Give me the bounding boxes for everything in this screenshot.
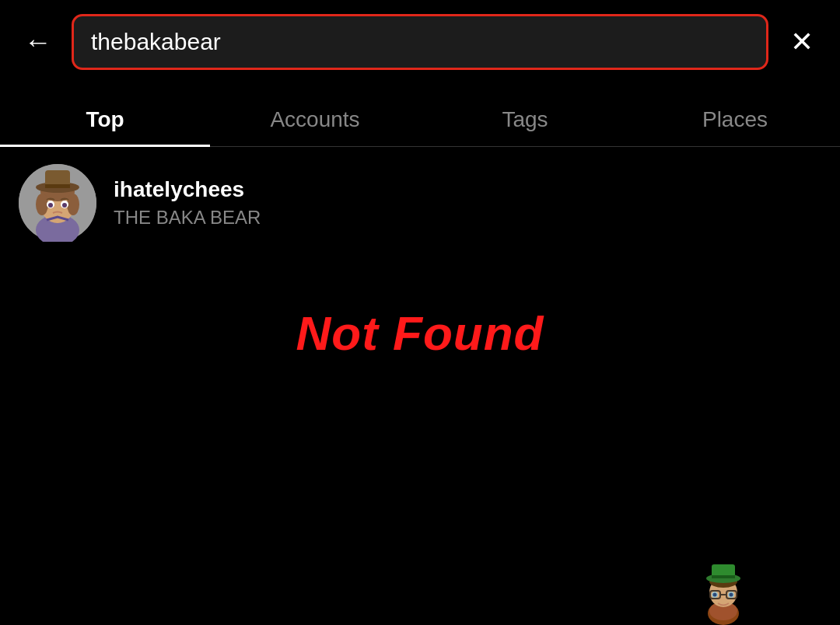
svg-point-13 — [62, 203, 67, 208]
username: ihatelychees — [114, 177, 261, 202]
back-button[interactable]: ← — [19, 28, 58, 56]
header: ← ✕ — [0, 0, 840, 84]
svg-point-27 — [713, 593, 717, 597]
tab-places[interactable]: Places — [630, 90, 840, 146]
svg-point-12 — [48, 203, 53, 208]
search-input[interactable] — [72, 14, 768, 70]
svg-point-5 — [36, 194, 48, 215]
svg-point-28 — [730, 593, 733, 597]
user-info: ihatelychees THE BAKA BEAR — [114, 177, 261, 229]
svg-rect-21 — [712, 575, 735, 578]
not-found-section: Not Found — [0, 306, 840, 361]
clear-button[interactable]: ✕ — [782, 26, 821, 58]
avatar — [19, 164, 96, 242]
tab-tags[interactable]: Tags — [420, 90, 630, 146]
display-name: THE BAKA BEAR — [114, 207, 261, 229]
result-item[interactable]: ihatelychees THE BAKA BEAR — [0, 147, 840, 259]
svg-point-6 — [67, 194, 79, 215]
bottom-character-decoration — [684, 547, 762, 625]
tabs: Top Accounts Tags Places — [0, 90, 840, 147]
search-box-wrapper — [72, 14, 768, 70]
svg-rect-9 — [45, 184, 70, 188]
tab-top[interactable]: Top — [0, 90, 210, 146]
tab-accounts[interactable]: Accounts — [210, 90, 420, 146]
not-found-label: Not Found — [296, 306, 544, 361]
